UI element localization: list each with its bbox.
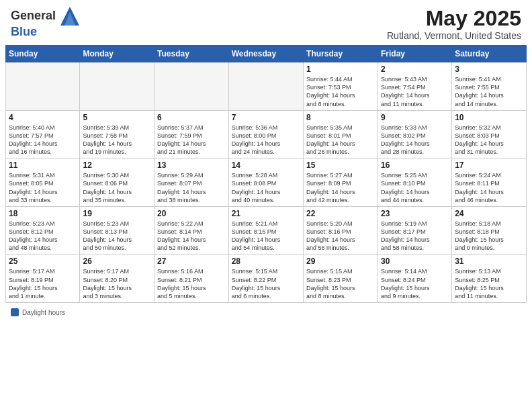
day-cell-6: 6Sunrise: 5:37 AM Sunset: 7:59 PM Daylig…	[154, 110, 229, 158]
day-info: Sunrise: 5:22 AM Sunset: 8:14 PM Dayligh…	[157, 220, 226, 253]
day-cell-13: 13Sunrise: 5:29 AM Sunset: 8:07 PM Dayli…	[154, 158, 229, 207]
day-info: Sunrise: 5:13 AM Sunset: 8:25 PM Dayligh…	[455, 267, 523, 300]
day-info: Sunrise: 5:43 AM Sunset: 7:54 PM Dayligh…	[381, 75, 449, 108]
day-info: Sunrise: 5:32 AM Sunset: 8:03 PM Dayligh…	[455, 124, 523, 156]
day-cell-28: 28Sunrise: 5:15 AM Sunset: 8:22 PM Dayli…	[228, 255, 303, 303]
day-info: Sunrise: 5:16 AM Sunset: 8:21 PM Dayligh…	[157, 267, 226, 300]
col-header-sunday: Sunday	[6, 46, 80, 62]
footer-dot	[11, 308, 19, 316]
day-cell-21: 21Sunrise: 5:21 AM Sunset: 8:15 PM Dayli…	[228, 206, 303, 255]
day-number: 15	[306, 161, 375, 170]
day-number: 20	[157, 209, 226, 218]
col-header-friday: Friday	[378, 46, 451, 62]
day-number: 16	[381, 161, 449, 170]
day-info: Sunrise: 5:44 AM Sunset: 7:53 PM Dayligh…	[306, 75, 375, 108]
day-info: Sunrise: 5:24 AM Sunset: 8:11 PM Dayligh…	[455, 171, 523, 204]
title-block: May 2025 Rutland, Vermont, United States	[387, 7, 521, 41]
week-row-1: 4Sunrise: 5:40 AM Sunset: 7:57 PM Daylig…	[6, 110, 527, 158]
day-number: 23	[381, 209, 449, 218]
day-cell-7: 7Sunrise: 5:36 AM Sunset: 8:00 PM Daylig…	[228, 110, 303, 158]
day-cell-31: 31Sunrise: 5:13 AM Sunset: 8:25 PM Dayli…	[452, 255, 527, 303]
day-info: Sunrise: 5:29 AM Sunset: 8:07 PM Dayligh…	[157, 171, 226, 204]
page-header: General Blue May 2025 Rutland, Vermont, …	[0, 0, 532, 45]
day-cell-empty	[154, 62, 229, 111]
day-number: 12	[83, 161, 151, 170]
day-cell-30: 30Sunrise: 5:14 AM Sunset: 8:24 PM Dayli…	[378, 255, 451, 303]
calendar-header-row: SundayMondayTuesdayWednesdayThursdayFrid…	[6, 46, 527, 62]
day-number: 10	[455, 113, 523, 122]
day-info: Sunrise: 5:21 AM Sunset: 8:15 PM Dayligh…	[232, 220, 300, 253]
day-number: 24	[455, 209, 523, 218]
day-number: 31	[455, 257, 523, 266]
col-header-thursday: Thursday	[304, 46, 378, 62]
day-number: 14	[232, 161, 300, 170]
day-cell-23: 23Sunrise: 5:19 AM Sunset: 8:17 PM Dayli…	[378, 206, 451, 255]
day-info: Sunrise: 5:37 AM Sunset: 7:59 PM Dayligh…	[157, 124, 226, 156]
day-info: Sunrise: 5:30 AM Sunset: 8:06 PM Dayligh…	[83, 171, 151, 204]
day-number: 19	[83, 209, 151, 218]
day-cell-15: 15Sunrise: 5:27 AM Sunset: 8:09 PM Dayli…	[304, 158, 378, 207]
day-info: Sunrise: 5:35 AM Sunset: 8:01 PM Dayligh…	[306, 124, 375, 156]
day-info: Sunrise: 5:28 AM Sunset: 8:08 PM Dayligh…	[232, 171, 300, 204]
day-cell-5: 5Sunrise: 5:39 AM Sunset: 7:58 PM Daylig…	[80, 110, 154, 158]
day-cell-9: 9Sunrise: 5:33 AM Sunset: 8:02 PM Daylig…	[378, 110, 451, 158]
day-cell-20: 20Sunrise: 5:22 AM Sunset: 8:14 PM Dayli…	[154, 206, 229, 255]
day-number: 4	[9, 113, 77, 122]
logo-general: General	[11, 9, 56, 22]
day-number: 1	[306, 64, 375, 74]
day-cell-empty	[6, 62, 80, 111]
week-row-0: 1Sunrise: 5:44 AM Sunset: 7:53 PM Daylig…	[6, 62, 527, 111]
day-cell-empty	[80, 62, 154, 111]
day-info: Sunrise: 5:15 AM Sunset: 8:22 PM Dayligh…	[232, 267, 300, 300]
day-info: Sunrise: 5:19 AM Sunset: 8:17 PM Dayligh…	[381, 220, 449, 253]
day-info: Sunrise: 5:40 AM Sunset: 7:57 PM Dayligh…	[9, 124, 77, 156]
day-cell-14: 14Sunrise: 5:28 AM Sunset: 8:08 PM Dayli…	[228, 158, 303, 207]
day-cell-22: 22Sunrise: 5:20 AM Sunset: 8:16 PM Dayli…	[304, 206, 378, 255]
month-title: May 2025	[387, 7, 521, 30]
footer-label: Daylight hours	[22, 309, 65, 316]
day-cell-4: 4Sunrise: 5:40 AM Sunset: 7:57 PM Daylig…	[6, 110, 80, 158]
day-cell-24: 24Sunrise: 5:18 AM Sunset: 8:18 PM Dayli…	[452, 206, 527, 255]
day-cell-empty	[228, 62, 303, 111]
calendar-table: SundayMondayTuesdayWednesdayThursdayFrid…	[5, 45, 527, 303]
day-cell-17: 17Sunrise: 5:24 AM Sunset: 8:11 PM Dayli…	[452, 158, 527, 207]
day-number: 17	[455, 161, 523, 170]
week-row-3: 18Sunrise: 5:23 AM Sunset: 8:12 PM Dayli…	[6, 206, 527, 255]
day-info: Sunrise: 5:31 AM Sunset: 8:05 PM Dayligh…	[9, 171, 77, 204]
day-info: Sunrise: 5:33 AM Sunset: 8:02 PM Dayligh…	[381, 124, 449, 156]
col-header-saturday: Saturday	[452, 46, 527, 62]
day-cell-3: 3Sunrise: 5:41 AM Sunset: 7:55 PM Daylig…	[452, 62, 527, 111]
day-cell-19: 19Sunrise: 5:23 AM Sunset: 8:13 PM Dayli…	[80, 206, 154, 255]
day-cell-16: 16Sunrise: 5:25 AM Sunset: 8:10 PM Dayli…	[378, 158, 451, 207]
day-number: 25	[9, 257, 77, 266]
day-info: Sunrise: 5:18 AM Sunset: 8:18 PM Dayligh…	[455, 220, 523, 253]
week-row-2: 11Sunrise: 5:31 AM Sunset: 8:05 PM Dayli…	[6, 158, 527, 207]
day-number: 18	[9, 209, 77, 218]
day-cell-29: 29Sunrise: 5:15 AM Sunset: 8:23 PM Dayli…	[304, 255, 378, 303]
day-cell-26: 26Sunrise: 5:17 AM Sunset: 8:20 PM Dayli…	[80, 255, 154, 303]
day-number: 30	[381, 257, 449, 266]
col-header-tuesday: Tuesday	[154, 46, 229, 62]
day-info: Sunrise: 5:36 AM Sunset: 8:00 PM Dayligh…	[232, 124, 300, 156]
day-info: Sunrise: 5:17 AM Sunset: 8:19 PM Dayligh…	[9, 267, 77, 300]
day-info: Sunrise: 5:23 AM Sunset: 8:13 PM Dayligh…	[83, 220, 151, 253]
col-header-wednesday: Wednesday	[228, 46, 303, 62]
calendar-wrap: SundayMondayTuesdayWednesdayThursdayFrid…	[0, 45, 532, 307]
day-info: Sunrise: 5:39 AM Sunset: 7:58 PM Dayligh…	[83, 124, 151, 156]
day-number: 27	[157, 257, 226, 266]
day-number: 3	[455, 64, 523, 74]
day-cell-10: 10Sunrise: 5:32 AM Sunset: 8:03 PM Dayli…	[452, 110, 527, 158]
col-header-monday: Monday	[80, 46, 154, 62]
day-number: 2	[381, 64, 449, 74]
day-number: 8	[306, 113, 375, 122]
week-row-4: 25Sunrise: 5:17 AM Sunset: 8:19 PM Dayli…	[6, 255, 527, 303]
footer: Daylight hours	[0, 307, 532, 318]
day-info: Sunrise: 5:23 AM Sunset: 8:12 PM Dayligh…	[9, 220, 77, 253]
day-cell-11: 11Sunrise: 5:31 AM Sunset: 8:05 PM Dayli…	[6, 158, 80, 207]
day-cell-2: 2Sunrise: 5:43 AM Sunset: 7:54 PM Daylig…	[378, 62, 451, 111]
day-cell-18: 18Sunrise: 5:23 AM Sunset: 8:12 PM Dayli…	[6, 206, 80, 255]
day-number: 11	[9, 161, 77, 170]
day-number: 9	[381, 113, 449, 122]
day-cell-12: 12Sunrise: 5:30 AM Sunset: 8:06 PM Dayli…	[80, 158, 154, 207]
day-info: Sunrise: 5:25 AM Sunset: 8:10 PM Dayligh…	[381, 171, 449, 204]
